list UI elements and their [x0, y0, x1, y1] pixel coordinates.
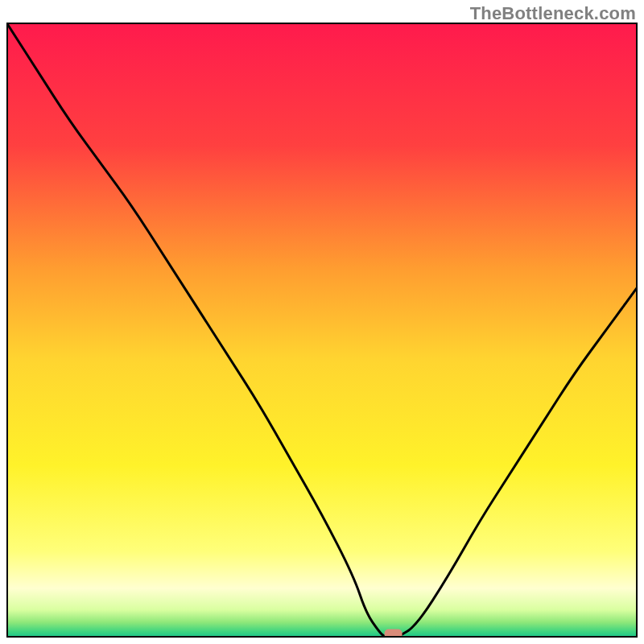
- plot-area: [6, 23, 638, 638]
- bottleneck-chart: [6, 23, 638, 638]
- watermark-text: TheBottleneck.com: [470, 3, 636, 24]
- gradient-background: [6, 23, 638, 638]
- chart-container: TheBottleneck.com: [0, 0, 644, 644]
